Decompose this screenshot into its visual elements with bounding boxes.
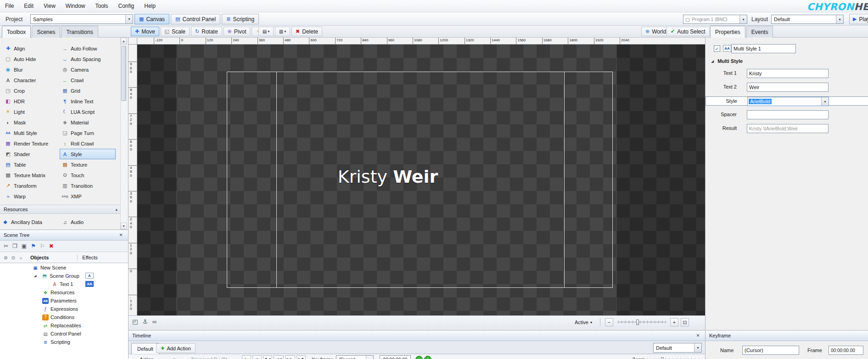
multi-style-section-header[interactable]: ◢ Multi Style bbox=[711, 58, 743, 64]
toolbox-item[interactable]: ▦ Render Texture bbox=[3, 138, 59, 149]
toolbox-item[interactable]: ◉ Blur bbox=[3, 64, 59, 75]
effect-name-input[interactable] bbox=[731, 44, 796, 53]
toolbox-item[interactable]: ▩ Texture Matrix bbox=[3, 170, 59, 180]
menu-item[interactable]: Help bbox=[139, 0, 161, 12]
layout-combobox[interactable]: Default ▾ bbox=[771, 15, 844, 24]
tree-item[interactable]: AB Parameters bbox=[0, 297, 128, 305]
play-icon[interactable]: ▶ bbox=[242, 355, 251, 359]
scroll-down-icon[interactable]: ▼ bbox=[121, 223, 127, 230]
toolbox-item[interactable]: ◎ Camera bbox=[60, 64, 116, 75]
tree-item[interactable]: ƒ Expressions bbox=[0, 305, 128, 313]
toolbox-item[interactable]: ◲ Page Turn bbox=[60, 128, 116, 138]
world-toggle-button[interactable]: ⊕ World bbox=[641, 27, 670, 36]
toolbox-item[interactable]: ▢ Auto Hide bbox=[3, 54, 59, 64]
program-output-combobox[interactable]: ▢ Program 1 (BNC) ▾ bbox=[683, 15, 747, 24]
toolbox-item[interactable]: ▦ Grid bbox=[60, 85, 116, 96]
jump-icon[interactable]: → bbox=[163, 356, 168, 359]
chevron-down-icon[interactable]: ▾ bbox=[739, 15, 747, 23]
alignment-dropdown-button[interactable]: ▤ ▾ bbox=[258, 27, 274, 36]
tool-button[interactable]: ◱ Scale bbox=[161, 27, 190, 36]
timecode-field[interactable]: 00:00:00.00 bbox=[380, 355, 411, 359]
property-input[interactable] bbox=[747, 83, 829, 92]
toolbox-item[interactable]: xmp XMP bbox=[60, 191, 116, 202]
chevron-down-icon[interactable]: ▾ bbox=[366, 356, 373, 359]
go-start-icon[interactable]: ▮◀ bbox=[263, 355, 272, 359]
resource-item[interactable]: ◆ Ancillary Data bbox=[0, 217, 56, 227]
close-icon[interactable]: ✕ bbox=[694, 332, 701, 339]
view-mode-tab[interactable]: ▤ Control Panel bbox=[171, 14, 220, 24]
toolbox-item[interactable]: ↗ Transform bbox=[3, 180, 59, 191]
zoom-slider[interactable] bbox=[618, 320, 666, 325]
resources-section-header[interactable]: Resources ▴ bbox=[0, 205, 121, 214]
collapse-up-icon[interactable]: ▴ bbox=[115, 207, 118, 212]
next-keyframe-icon[interactable]: ▶▶ bbox=[285, 355, 295, 359]
tab-objects[interactable]: Objects bbox=[30, 255, 49, 260]
tree-expander-icon[interactable]: ◢ bbox=[34, 274, 39, 278]
zoom-in-button[interactable]: + bbox=[670, 318, 678, 326]
chevron-down-icon[interactable]: ▾ bbox=[125, 15, 133, 23]
toolbox-item[interactable]: ≈ Warp bbox=[3, 191, 59, 202]
prev-keyframe-icon[interactable]: ◀◀ bbox=[274, 355, 284, 359]
tree-item[interactable]: ▣ New Scene bbox=[0, 264, 128, 272]
zoom-out-button[interactable]: − bbox=[605, 318, 613, 326]
view-mode-tab[interactable]: ≣ Scripting bbox=[222, 14, 259, 24]
canvas-viewport[interactable]: Kristy Weir bbox=[137, 45, 705, 315]
keyframe-frame-input[interactable] bbox=[829, 346, 863, 355]
style-combobox[interactable]: ArielBold ▾ bbox=[747, 97, 829, 106]
tool-button[interactable]: ⊕ Pivot bbox=[224, 27, 251, 36]
panel-tab[interactable]: Toolbox bbox=[2, 26, 31, 38]
toolbox-item[interactable]: AA Multi Style bbox=[3, 128, 59, 138]
menu-item[interactable]: Config bbox=[113, 0, 140, 12]
toolbox-item[interactable]: ¶ Inline Text bbox=[60, 96, 116, 107]
toolbox-item[interactable]: → Auto Follow bbox=[60, 43, 116, 54]
remove-keyframe-icon[interactable]: ▼ bbox=[424, 356, 431, 359]
delete-button[interactable]: ✖ Delete bbox=[291, 27, 322, 36]
toolbox-item[interactable]: ▤ Table bbox=[3, 159, 59, 170]
fit-to-window-button[interactable]: ⊡ bbox=[681, 318, 689, 326]
toolbox-item[interactable]: ← Crawl bbox=[60, 75, 116, 85]
step-icon[interactable]: ⇥ bbox=[171, 356, 175, 359]
delete-icon[interactable]: ✖ bbox=[49, 243, 54, 249]
scroll-up-icon[interactable]: ▲ bbox=[121, 38, 127, 45]
slider-thumb[interactable] bbox=[636, 320, 639, 325]
keyframe-name-input[interactable] bbox=[742, 346, 799, 355]
active-state-dropdown[interactable]: Active ▾ bbox=[571, 318, 595, 327]
cursor-combobox[interactable]: (Cursor) ▾ bbox=[336, 355, 374, 359]
toolbox-item[interactable]: ◈ Material bbox=[60, 117, 116, 128]
tool-button[interactable]: ✚ Move bbox=[131, 27, 159, 36]
tool-button[interactable]: ↻ Rotate bbox=[191, 27, 222, 36]
tree-item[interactable]: ◢ ⬒ Scene Group A bbox=[0, 272, 128, 280]
link-icon[interactable]: ∞ bbox=[152, 318, 157, 325]
toolbox-item[interactable]: ◐ Mask bbox=[3, 117, 59, 128]
tree-item[interactable]: ? Conditions bbox=[0, 313, 128, 321]
resource-item[interactable]: ♫ Audio bbox=[60, 217, 116, 227]
project-combobox[interactable]: Samples ▾ bbox=[30, 14, 133, 24]
toolbox-item[interactable]: ☀ Light bbox=[3, 107, 59, 117]
stop-icon[interactable]: ■ bbox=[252, 355, 262, 359]
toolbox-item[interactable]: A Character bbox=[3, 75, 59, 85]
tree-item[interactable]: ❖ Resources bbox=[0, 288, 128, 297]
toolbox-scrollbar[interactable]: ▲ ▼ bbox=[120, 38, 127, 230]
toolbox-item[interactable]: ✚ Align bbox=[3, 43, 59, 54]
timeline-zoom-slider[interactable] bbox=[647, 357, 701, 359]
property-input[interactable] bbox=[747, 124, 829, 133]
cut-icon[interactable]: ✂ bbox=[4, 243, 8, 249]
lock-icon[interactable]: ⊙ bbox=[11, 255, 15, 260]
toolbox-item[interactable]: A Style bbox=[60, 149, 116, 159]
add-keyframe-icon[interactable]: ▲ bbox=[415, 356, 423, 359]
canvas-text-object[interactable]: Kristy Weir bbox=[284, 167, 492, 187]
menu-item[interactable]: Window bbox=[61, 0, 90, 12]
tab-effects[interactable]: Effects bbox=[77, 255, 97, 260]
visibility-icon[interactable]: ☼ bbox=[19, 255, 23, 260]
timeline-preset-combobox[interactable]: Default ▾ bbox=[653, 343, 702, 353]
menu-item[interactable]: View bbox=[39, 0, 61, 12]
toolbox-item[interactable]: ▩ Texture bbox=[60, 159, 116, 170]
panel-tab[interactable]: Scenes bbox=[32, 26, 60, 38]
tree-item[interactable]: A Text 1 AA bbox=[0, 280, 128, 288]
paste-icon[interactable]: ▣ bbox=[22, 243, 27, 249]
chevron-down-icon[interactable]: ▾ bbox=[694, 343, 701, 352]
safe-area-icon[interactable]: ◰ bbox=[132, 318, 138, 325]
menu-item[interactable]: Edit bbox=[19, 0, 39, 12]
menu-item[interactable]: Tools bbox=[90, 0, 113, 12]
tag-outline-icon[interactable]: ⚐ bbox=[40, 243, 45, 249]
